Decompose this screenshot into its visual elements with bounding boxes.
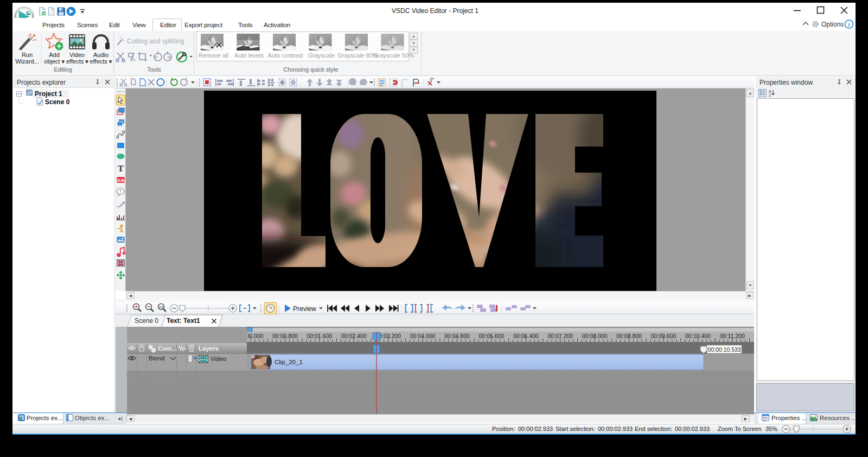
- svg-text:Video: Video: [210, 356, 226, 362]
- svg-text:00:00:10.533: 00:00:10.533: [707, 346, 741, 353]
- svg-text:90: 90: [167, 55, 171, 59]
- svg-text:Blend: Blend: [149, 355, 164, 361]
- svg-text:SUB: SUB: [117, 179, 125, 182]
- svg-text:Z: Z: [769, 93, 771, 97]
- svg-text:i: i: [848, 21, 850, 28]
- svg-text:Layers: Layers: [199, 345, 219, 352]
- svg-text:100: 100: [158, 306, 163, 309]
- svg-text:90: 90: [154, 55, 158, 59]
- svg-text:Clip_20_1: Clip_20_1: [275, 359, 303, 365]
- svg-text:T: T: [119, 189, 122, 193]
- svg-text:A: A: [769, 90, 771, 93]
- svg-text:Com...: Com...: [158, 345, 177, 352]
- svg-text:T: T: [118, 163, 124, 174]
- svg-text:Preview: Preview: [293, 305, 316, 313]
